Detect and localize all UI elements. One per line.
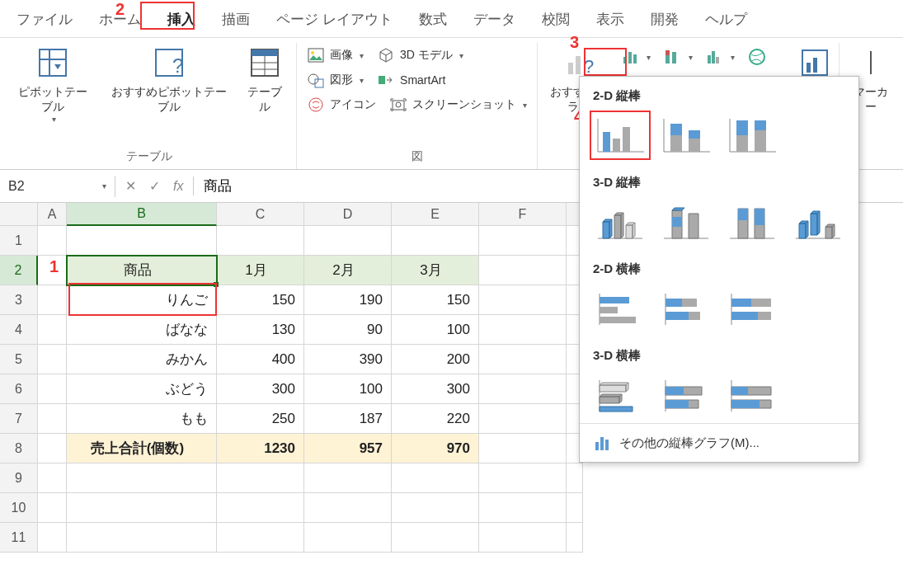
stacked-bar-3d[interactable] [657, 372, 715, 418]
clustered-column-3d[interactable] [591, 199, 649, 245]
cell-B4[interactable]: ばなな [67, 315, 217, 345]
cell-B7[interactable]: もも [67, 404, 217, 434]
cell-F4[interactable] [479, 315, 567, 345]
cell-E4[interactable]: 100 [392, 315, 479, 345]
tab-home[interactable]: ホーム [94, 7, 146, 32]
col-header-D[interactable]: D [304, 203, 392, 226]
icons-button[interactable]: アイコン [300, 92, 383, 117]
100-stacked-column-2d[interactable] [723, 112, 781, 158]
pivottable-button[interactable]: ピボットテーブル▾ [5, 43, 101, 128]
accept-formula-button[interactable]: ✓ [144, 176, 165, 195]
insert-map-button[interactable] [743, 46, 771, 68]
cell-D11[interactable] [304, 523, 392, 553]
tab-draw[interactable]: 描画 [217, 7, 255, 32]
col-header-B[interactable]: B [67, 203, 217, 226]
row-header-10[interactable]: 10 [0, 493, 38, 523]
screenshot-button[interactable]: スクリーンショット▾ [383, 92, 534, 117]
cell-F1[interactable] [479, 226, 567, 256]
picture-button[interactable]: 画像▾ [300, 43, 370, 68]
cell-D9[interactable] [304, 463, 392, 493]
cell-A8[interactable] [38, 434, 67, 463]
clustered-bar-3d[interactable] [591, 372, 649, 418]
row-header-6[interactable]: 6 [0, 374, 38, 404]
clustered-column-2d[interactable] [591, 112, 649, 158]
cell-F3[interactable] [479, 285, 567, 315]
cell-D7[interactable]: 187 [304, 404, 392, 434]
row-header-7[interactable]: 7 [0, 404, 38, 434]
row-header-11[interactable]: 11 [0, 523, 38, 553]
cell-F2[interactable] [479, 256, 567, 285]
insert-hierarchy-chart-button[interactable]: ▾ [701, 46, 740, 68]
cell-B9[interactable] [67, 463, 217, 493]
cell-D5[interactable]: 390 [304, 345, 392, 374]
row-header-9[interactable]: 9 [0, 463, 38, 493]
smartart-button[interactable]: SmartArt [370, 68, 452, 92]
cell-A11[interactable] [38, 523, 67, 553]
tab-formulas[interactable]: 数式 [414, 7, 452, 32]
cell-F7[interactable] [479, 404, 567, 434]
cell-E2[interactable]: 3月 [392, 256, 479, 285]
col-header-F[interactable]: F [479, 203, 567, 226]
cell-E10[interactable] [392, 493, 479, 523]
100-stacked-bar-2d[interactable] [723, 285, 781, 332]
cell-E9[interactable] [392, 463, 479, 493]
100-stacked-bar-3d[interactable] [723, 372, 781, 418]
table-button[interactable]: テーブル [237, 43, 293, 117]
cell-B6[interactable]: ぶどう [67, 374, 217, 404]
cell-B2[interactable]: 商品 [67, 256, 217, 285]
cell-G10[interactable] [567, 493, 583, 523]
row-header-2[interactable]: 2 [0, 256, 38, 285]
clustered-bar-2d[interactable] [591, 285, 649, 332]
cell-D8[interactable]: 957 [304, 434, 392, 463]
cell-B11[interactable] [67, 523, 217, 553]
cell-F10[interactable] [479, 493, 567, 523]
cell-A9[interactable] [38, 463, 67, 493]
insert-column-chart-button[interactable]: ▾ [617, 46, 656, 68]
row-header-3[interactable]: 3 [0, 285, 38, 315]
cell-B5[interactable]: みかん [67, 345, 217, 374]
row-header-4[interactable]: 4 [0, 315, 38, 345]
cell-A5[interactable] [38, 345, 67, 374]
cell-C9[interactable] [217, 463, 304, 493]
col-header-C[interactable]: C [217, 203, 304, 226]
stacked-column-3d[interactable] [657, 199, 715, 245]
3dmodel-button[interactable]: 3D モデル▾ [370, 43, 470, 68]
insert-line-chart-button[interactable]: ▾ [659, 46, 698, 68]
stacked-column-2d[interactable] [657, 112, 715, 158]
cell-D10[interactable] [304, 493, 392, 523]
name-box[interactable]: B2 ▾ [0, 176, 115, 197]
cell-C3[interactable]: 150 [217, 285, 304, 315]
col-header-A[interactable]: A [38, 203, 67, 226]
cell-B8[interactable]: 売上合計(個数) [67, 434, 217, 463]
cell-A1[interactable] [38, 226, 67, 256]
tab-insert[interactable]: 挿入 [162, 7, 200, 32]
cell-A10[interactable] [38, 493, 67, 523]
cell-C4[interactable]: 130 [217, 315, 304, 345]
select-all-corner[interactable] [0, 203, 38, 226]
cell-D1[interactable] [304, 226, 392, 256]
stacked-bar-2d[interactable] [657, 285, 715, 332]
tab-file[interactable]: ファイル [12, 7, 78, 32]
cell-C5[interactable]: 400 [217, 345, 304, 374]
cell-F11[interactable] [479, 523, 567, 553]
fill-handle[interactable] [214, 282, 219, 287]
cell-C7[interactable]: 250 [217, 404, 304, 434]
cell-B10[interactable] [67, 493, 217, 523]
cell-E8[interactable]: 970 [392, 434, 479, 463]
tab-view[interactable]: 表示 [591, 7, 629, 32]
cell-E5[interactable]: 200 [392, 345, 479, 374]
cell-D3[interactable]: 190 [304, 285, 392, 315]
cell-F6[interactable] [479, 374, 567, 404]
cell-C2[interactable]: 1月 [217, 256, 304, 285]
tab-pagelayout[interactable]: ページ レイアウト [271, 7, 397, 32]
cell-G11[interactable] [567, 523, 583, 553]
cell-E11[interactable] [392, 523, 479, 553]
cell-E6[interactable]: 300 [392, 374, 479, 404]
tab-data[interactable]: データ [468, 7, 520, 32]
cell-F9[interactable] [479, 463, 567, 493]
fx-button[interactable]: fx [168, 177, 188, 195]
cell-F8[interactable] [479, 434, 567, 463]
cell-D2[interactable]: 2月 [304, 256, 392, 285]
row-header-5[interactable]: 5 [0, 345, 38, 374]
cell-E1[interactable] [392, 226, 479, 256]
